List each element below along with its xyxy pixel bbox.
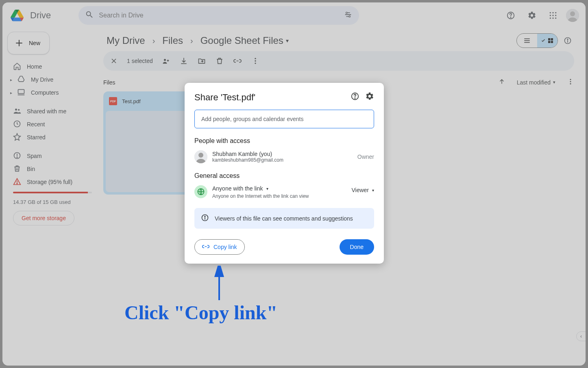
download-icon[interactable] <box>179 56 189 66</box>
person-role: Owner <box>357 154 374 160</box>
sidebar-item-label: Computers <box>31 89 59 96</box>
sidebar-item-bin[interactable]: Bin <box>7 162 97 175</box>
file-card[interactable]: PDF Test.pdf <box>103 91 190 195</box>
chevron-right-icon: › <box>151 36 157 45</box>
sidebar-item-spam[interactable]: Spam <box>7 149 97 162</box>
spam-icon <box>13 152 21 161</box>
chevron-right-icon: › <box>189 36 195 45</box>
storage-text: 14.37 GB of 15 GB used <box>13 199 92 205</box>
star-icon <box>13 133 21 142</box>
move-icon[interactable] <box>197 56 207 66</box>
svg-point-12 <box>555 17 556 19</box>
grid-view-button[interactable] <box>537 34 558 48</box>
sidebar-item-starred[interactable]: Starred <box>7 131 97 144</box>
person-name: Shubham Kamble (you) <box>212 151 283 157</box>
help-icon[interactable] <box>351 92 359 103</box>
close-icon[interactable] <box>109 56 119 66</box>
new-button[interactable]: New <box>7 32 50 54</box>
search-icon <box>85 10 94 21</box>
product-name[interactable]: Drive <box>30 10 51 21</box>
warning-icon <box>13 178 21 187</box>
info-icon[interactable] <box>561 34 574 47</box>
general-access-heading: General access <box>194 172 374 180</box>
sidebar-item-computers[interactable]: ▸ Computers <box>7 86 97 99</box>
svg-point-30 <box>255 60 256 61</box>
sidebar-item-shared[interactable]: Shared with me <box>7 105 97 118</box>
dropdown-icon: ▾ <box>553 80 555 85</box>
help-icon[interactable] <box>503 7 519 24</box>
copy-link-label: Copy link <box>213 244 237 250</box>
add-people-input[interactable] <box>194 110 374 128</box>
get-storage-button[interactable]: Get more storage <box>13 211 74 225</box>
settings-icon[interactable] <box>365 92 374 103</box>
svg-point-29 <box>255 58 256 59</box>
search-input[interactable] <box>99 12 339 19</box>
expand-icon[interactable]: ▸ <box>9 91 13 95</box>
sidebar-item-storage[interactable]: Storage (95% full) <box>7 175 97 188</box>
svg-point-33 <box>570 81 571 82</box>
svg-point-34 <box>570 83 571 84</box>
share-dialog: Share 'Test.pdf' People with access Shub… <box>185 83 384 264</box>
trash-icon <box>13 165 21 174</box>
svg-point-14 <box>570 11 575 16</box>
sort-button[interactable]: Last modified ▾ <box>517 79 555 86</box>
svg-point-32 <box>570 79 571 80</box>
sidebar-item-recent[interactable]: Recent <box>7 118 97 131</box>
breadcrumb-item[interactable]: My Drive <box>103 33 148 48</box>
person-row: Shubham Kamble (you) kambleshubham985@gm… <box>194 150 374 163</box>
svg-rect-25 <box>551 41 553 43</box>
sidebar-item-mydrive[interactable]: ▸ My Drive <box>7 73 97 86</box>
share-icon[interactable] <box>161 56 171 66</box>
account-avatar[interactable] <box>566 9 579 22</box>
more-icon[interactable] <box>567 78 574 87</box>
svg-point-41 <box>205 216 205 217</box>
expand-icon[interactable]: ▸ <box>9 78 13 82</box>
globe-icon <box>194 185 207 198</box>
more-icon[interactable] <box>250 56 260 66</box>
svg-point-3 <box>510 17 511 17</box>
sidebar-item-label: Starred <box>27 134 46 141</box>
sidebar-item-label: Storage (95% full) <box>27 179 72 185</box>
sidebar-item-label: Bin <box>27 166 35 172</box>
settings-icon[interactable] <box>524 7 540 24</box>
sort-label: Last modified <box>517 79 551 86</box>
breadcrumb-label: Google Sheet Files <box>200 35 283 46</box>
svg-point-36 <box>355 98 355 98</box>
svg-point-27 <box>567 39 568 40</box>
svg-rect-15 <box>18 89 24 93</box>
sort-arrow-icon[interactable] <box>498 78 505 87</box>
svg-rect-22 <box>548 38 550 40</box>
clock-icon <box>13 120 21 129</box>
side-panel-toggle[interactable]: ‹ <box>576 331 586 341</box>
search-bar[interactable] <box>78 6 359 25</box>
svg-point-0 <box>346 12 348 14</box>
breadcrumb-item[interactable]: Files <box>159 33 186 48</box>
sidebar-item-home[interactable]: Home <box>7 60 97 73</box>
link-icon <box>202 243 209 251</box>
done-button[interactable]: Done <box>340 239 374 255</box>
header: Drive <box>2 2 586 28</box>
breadcrumb-item-current[interactable]: Google Sheet Files ▾ <box>197 33 292 48</box>
role-dropdown[interactable]: Viewer ▾ <box>351 187 374 193</box>
sidebar: New Home ▸ My Drive ▸ Computers <box>2 28 103 366</box>
drive-logo[interactable] <box>9 7 25 24</box>
apps-icon[interactable] <box>545 7 561 24</box>
copy-link-button[interactable]: Copy link <box>194 239 245 255</box>
svg-point-9 <box>555 15 556 16</box>
search-options-icon[interactable] <box>344 10 353 21</box>
dialog-title: Share 'Test.pdf' <box>194 92 255 103</box>
delete-icon[interactable] <box>215 56 224 66</box>
svg-point-8 <box>552 15 553 16</box>
sidebar-item-label: Home <box>27 63 42 70</box>
link-scope-dropdown[interactable]: Anyone with the link ▾ <box>212 185 346 192</box>
svg-point-5 <box>552 12 553 13</box>
link-description: Anyone on the Internet with the link can… <box>212 193 346 199</box>
svg-point-20 <box>17 157 17 158</box>
link-icon[interactable] <box>233 56 242 66</box>
svg-rect-23 <box>551 38 553 40</box>
list-view-button[interactable] <box>517 34 537 48</box>
home-icon <box>13 62 21 71</box>
link-scope-label: Anyone with the link <box>212 185 263 192</box>
shared-icon <box>13 107 21 116</box>
selection-count: 1 selected <box>127 58 153 64</box>
